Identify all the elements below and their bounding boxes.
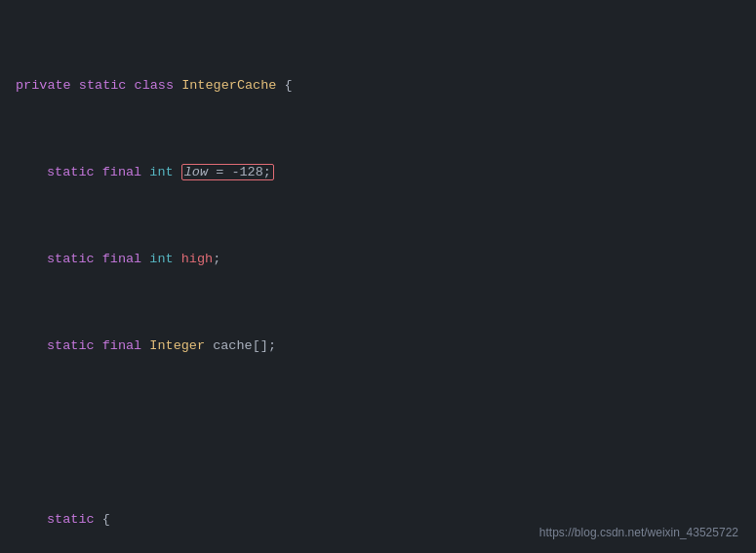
line-4: static final Integer cache[]; [16, 336, 740, 357]
line-5 [16, 422, 740, 444]
line-3: static final int high; [16, 249, 740, 270]
code-editor: private static class IntegerCache { stat… [0, 0, 756, 553]
line-1: private static class IntegerCache { [16, 75, 740, 97]
watermark-text: https://blog.csdn.net/weixin_43525722 [539, 526, 738, 539]
line-2: static final int low = -128; [16, 162, 740, 183]
